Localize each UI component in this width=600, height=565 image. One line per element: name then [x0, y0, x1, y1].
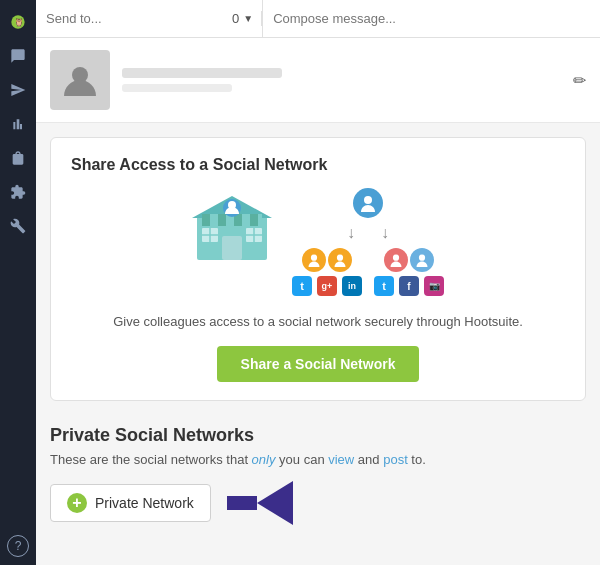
social-icons-right: t f 📷: [374, 276, 444, 296]
paper-plane-icon[interactable]: [4, 76, 32, 104]
profile-bar: ✏: [36, 38, 600, 123]
topbar: 0 ▼: [36, 0, 600, 38]
dropdown-arrow-icon[interactable]: ▼: [243, 13, 253, 24]
private-section-description: These are the social networks that only …: [50, 452, 586, 467]
instagram-icon-right: 📷: [424, 276, 444, 296]
share-illustration: ↓ ↓: [71, 188, 565, 300]
svg-point-21: [337, 255, 343, 261]
profile-info: [122, 68, 573, 92]
question-icon[interactable]: ?: [7, 535, 29, 557]
arrow-stem: [227, 496, 257, 510]
chat-icon[interactable]: [4, 42, 32, 70]
social-icons-left: t g+ in: [292, 276, 362, 296]
svg-rect-10: [222, 236, 242, 260]
bar-chart-icon[interactable]: [4, 110, 32, 138]
facebook-icon-right: f: [399, 276, 419, 296]
edit-icon[interactable]: ✏: [573, 71, 586, 90]
share-social-network-button[interactable]: Share a Social Network: [217, 346, 420, 382]
store-icon: [192, 188, 272, 258]
bag-icon[interactable]: [4, 144, 32, 172]
person-icon-pink1: [384, 248, 408, 272]
plus-circle-icon: +: [67, 493, 87, 513]
share-card-title: Share Access to a Social Network: [71, 156, 565, 174]
svg-rect-7: [218, 214, 226, 226]
person-icon-blue2: [410, 248, 434, 272]
svg-point-22: [393, 255, 399, 261]
profile-sub-placeholder: [122, 84, 232, 92]
puzzle-icon[interactable]: [4, 178, 32, 206]
avatar: [50, 50, 110, 110]
network-diagram: ↓ ↓: [292, 188, 444, 300]
pointing-arrow: [227, 481, 293, 525]
private-network-label: Private Network: [95, 495, 194, 511]
svg-rect-6: [202, 214, 210, 226]
recipient-count: 0 ▼: [224, 11, 262, 26]
svg-rect-9: [250, 214, 258, 226]
private-network-row: + Private Network: [50, 481, 586, 525]
private-network-button[interactable]: + Private Network: [50, 484, 211, 522]
person-icon-top: [353, 188, 383, 218]
share-access-card: Share Access to a Social Network: [50, 137, 586, 401]
private-social-networks-section: Private Social Networks These are the so…: [50, 421, 586, 535]
arrow-right-icon: ↓: [381, 224, 389, 242]
twitter-icon-right: t: [374, 276, 394, 296]
private-section-title: Private Social Networks: [50, 425, 586, 446]
svg-text:🦉: 🦉: [14, 17, 24, 27]
main-content: 0 ▼ ✏ Share Access to a Social Network: [36, 0, 600, 565]
share-description: Give colleagues access to a social netwo…: [71, 312, 565, 332]
person-icon-orange2: [328, 248, 352, 272]
profile-name-placeholder: [122, 68, 282, 78]
linkedin-icon-left: in: [342, 276, 362, 296]
person-icon-orange1: [302, 248, 326, 272]
svg-point-23: [419, 255, 425, 261]
wrench-icon[interactable]: [4, 212, 32, 240]
arrow-head-icon: [257, 481, 293, 525]
arrow-left-icon: ↓: [347, 224, 355, 242]
svg-point-20: [311, 255, 317, 261]
logo-icon: 🦉: [4, 8, 32, 36]
send-to-input[interactable]: [36, 0, 224, 37]
sidebar: 🦉 ?: [0, 0, 36, 565]
gplus-icon-left: g+: [317, 276, 337, 296]
recipient-count-value: 0: [232, 11, 239, 26]
content-area: Share Access to a Social Network: [36, 123, 600, 565]
compose-input[interactable]: [262, 0, 600, 37]
svg-point-19: [364, 196, 372, 204]
twitter-icon-left: t: [292, 276, 312, 296]
